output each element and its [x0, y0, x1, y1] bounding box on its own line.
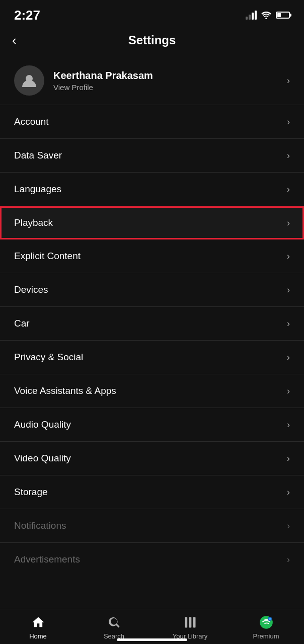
settings-item-privacy---social[interactable]: Privacy & Social› — [0, 341, 304, 374]
settings-item-playback[interactable]: Playback› — [0, 206, 304, 239]
settings-item-chevron: › — [287, 218, 290, 228]
settings-item-label: Devices — [14, 284, 48, 295]
settings-item-chevron: › — [287, 184, 290, 195]
settings-item-chevron: › — [287, 420, 290, 430]
nav-item-premium[interactable]: Premium — [246, 614, 286, 640]
settings-item-label: Explicit Content — [14, 251, 81, 262]
settings-item-label: Storage — [14, 487, 48, 498]
settings-item-notifications[interactable]: Notifications› — [0, 509, 304, 542]
wifi-icon — [261, 11, 272, 19]
settings-item-label: Notifications — [14, 520, 66, 531]
settings-item-label: Video Quality — [14, 453, 71, 464]
settings-item-chevron: › — [287, 453, 290, 464]
status-time: 2:27 — [14, 8, 40, 23]
library-icon — [182, 614, 198, 630]
settings-item-storage[interactable]: Storage› — [0, 475, 304, 509]
settings-item-chevron: › — [287, 487, 290, 498]
settings-item-label: Audio Quality — [14, 419, 71, 430]
nav-item-home[interactable]: Home — [18, 614, 58, 640]
settings-item-chevron: › — [287, 386, 290, 396]
settings-item-voice-assistants---apps[interactable]: Voice Assistants & Apps› — [0, 374, 304, 408]
settings-item-label: Playback — [14, 217, 53, 228]
profile-name: Keerthana Prakasam — [53, 70, 287, 82]
settings-item-chevron: › — [287, 150, 290, 161]
settings-header: ‹ Settings — [0, 27, 304, 56]
premium-label: Premium — [253, 632, 279, 640]
avatar — [14, 65, 44, 96]
settings-item-label: Advertisements — [14, 554, 80, 565]
settings-item-chevron: › — [287, 352, 290, 363]
search-icon — [106, 614, 122, 630]
nav-item-search[interactable]: Search — [94, 614, 134, 640]
settings-item-chevron: › — [287, 318, 290, 329]
profile-chevron: › — [287, 75, 290, 86]
settings-item-chevron: › — [287, 554, 290, 565]
settings-item-label: Privacy & Social — [14, 352, 83, 363]
signal-icon — [246, 11, 257, 20]
home-indicator — [117, 638, 187, 641]
nav-item-library[interactable]: Your Library — [170, 614, 210, 640]
settings-item-audio-quality[interactable]: Audio Quality› — [0, 408, 304, 441]
back-button[interactable]: ‹ — [12, 34, 17, 47]
home-label: Home — [29, 632, 47, 640]
profile-info: Keerthana Prakasam View Profile — [53, 70, 287, 92]
settings-list: Account›Data Saver›Languages›Playback›Ex… — [0, 105, 304, 576]
page-title: Settings — [128, 33, 176, 47]
settings-item-label: Car — [14, 318, 30, 329]
premium-icon — [258, 614, 274, 630]
battery-icon — [276, 12, 290, 19]
profile-row[interactable]: Keerthana Prakasam View Profile › — [0, 56, 304, 105]
settings-item-car[interactable]: Car› — [0, 307, 304, 340]
settings-item-label: Languages — [14, 184, 61, 195]
main-content: Keerthana Prakasam View Profile › Accoun… — [0, 56, 304, 626]
settings-item-explicit-content[interactable]: Explicit Content› — [0, 239, 304, 273]
profile-sub: View Profile — [53, 83, 287, 92]
settings-item-chevron: › — [287, 285, 290, 295]
settings-item-label: Data Saver — [14, 150, 62, 161]
status-bar: 2:27 — [0, 0, 304, 27]
settings-item-chevron: › — [287, 251, 290, 262]
settings-item-account[interactable]: Account› — [0, 105, 304, 138]
svg-rect-2 — [185, 617, 187, 628]
settings-item-label: Voice Assistants & Apps — [14, 385, 116, 396]
settings-item-data-saver[interactable]: Data Saver› — [0, 139, 304, 172]
svg-point-0 — [265, 18, 267, 19]
home-icon — [30, 614, 46, 630]
settings-item-chevron: › — [287, 117, 290, 127]
settings-item-advertisements[interactable]: Advertisements› — [0, 543, 304, 576]
svg-point-7 — [268, 618, 271, 620]
status-icons — [246, 11, 290, 20]
settings-item-devices[interactable]: Devices› — [0, 273, 304, 306]
svg-rect-4 — [193, 617, 195, 628]
settings-item-chevron: › — [287, 521, 290, 531]
settings-item-label: Account — [14, 116, 49, 127]
settings-item-languages[interactable]: Languages› — [0, 173, 304, 206]
settings-item-video-quality[interactable]: Video Quality› — [0, 442, 304, 475]
svg-rect-3 — [189, 617, 191, 628]
